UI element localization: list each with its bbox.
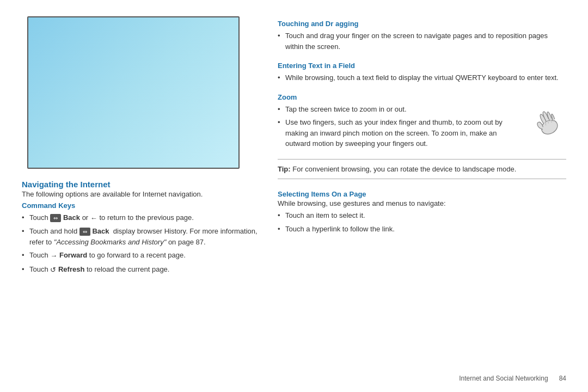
touching-section: Touching and Dr agging Touch and drag yo… <box>278 16 566 52</box>
refresh-icon: ↺ <box>50 265 56 273</box>
entering-section: Entering Text in a Field While browsing,… <box>278 58 566 83</box>
selecting-title: Selecting Items On a Page <box>278 190 566 198</box>
back-icon: ⇔ <box>50 214 61 222</box>
zoom-list: Tap the screen twice to zoom in or out. … <box>278 104 523 149</box>
zoom-text-block: Tap the screen twice to zoom in or out. … <box>278 101 523 149</box>
zoom-section: Zoom Tap the screen twice to zoom in or … <box>278 90 566 149</box>
back-icon-2: ⇔ <box>79 228 90 236</box>
command-bullet-4: Touch ↺ Refresh to reload the current pa… <box>22 264 261 275</box>
nav-intro-text: The following options are available for … <box>22 190 261 198</box>
selecting-intro: While browsing, use gestures and menus t… <box>278 199 566 207</box>
command-bullet-1: Touch ⇔ Back or ← to return to the previ… <box>22 212 261 223</box>
selecting-bullet-1: Touch an item to select it. <box>278 210 566 221</box>
command-bullet-3: Touch → Forward to go forward to a recen… <box>22 250 261 261</box>
zoom-bullet-1: Tap the screen twice to zoom in or out. <box>278 104 523 115</box>
nav-internet-section: Navigating the Internet The following op… <box>22 177 261 275</box>
command-keys-list: Touch ⇔ Back or ← to return to the previ… <box>22 212 261 275</box>
right-column: Touching and Dr agging Touch and drag yo… <box>278 16 566 376</box>
page-footer: Internet and Social Networking 84 <box>459 375 566 382</box>
touching-bullet-1: Touch and drag your finger on the screen… <box>278 30 566 52</box>
pinch-hand-icon <box>528 107 566 139</box>
page-number: 84 <box>559 375 566 382</box>
tip-text: Tip: For convenient browsing, you can ro… <box>278 164 566 175</box>
entering-bullet-1: While browsing, touch a text field to di… <box>278 72 566 83</box>
tip-box: Tip: For convenient browsing, you can ro… <box>278 159 566 180</box>
selecting-list: Touch an item to select it. Touch a hype… <box>278 210 566 234</box>
nav-internet-title: Navigating the Internet <box>22 180 261 189</box>
arrow-left-icon: ← <box>90 214 97 222</box>
entering-list: While browsing, touch a text field to di… <box>278 72 566 83</box>
command-keys-title: Command Keys <box>22 201 261 210</box>
footer-section-label: Internet and Social Networking <box>459 375 548 382</box>
forward-icon: → <box>50 252 57 260</box>
device-image <box>27 16 240 169</box>
touching-list: Touch and drag your finger on the screen… <box>278 30 566 52</box>
touching-title: Touching and Dr agging <box>278 20 566 28</box>
selecting-section: Selecting Items On a Page While browsing… <box>278 187 566 234</box>
command-bullet-2: Touch and hold ⇔ Back display browser Hi… <box>22 226 261 247</box>
zoom-title: Zoom <box>278 93 566 101</box>
zoom-row: Tap the screen twice to zoom in or out. … <box>278 101 566 149</box>
zoom-bullet-2: Use two fingers, such as your index fing… <box>278 117 523 149</box>
entering-title: Entering Text in a Field <box>278 62 566 70</box>
selecting-bullet-2: Touch a hyperlink to follow the link. <box>278 224 566 235</box>
left-column: Navigating the Internet The following op… <box>22 16 261 376</box>
